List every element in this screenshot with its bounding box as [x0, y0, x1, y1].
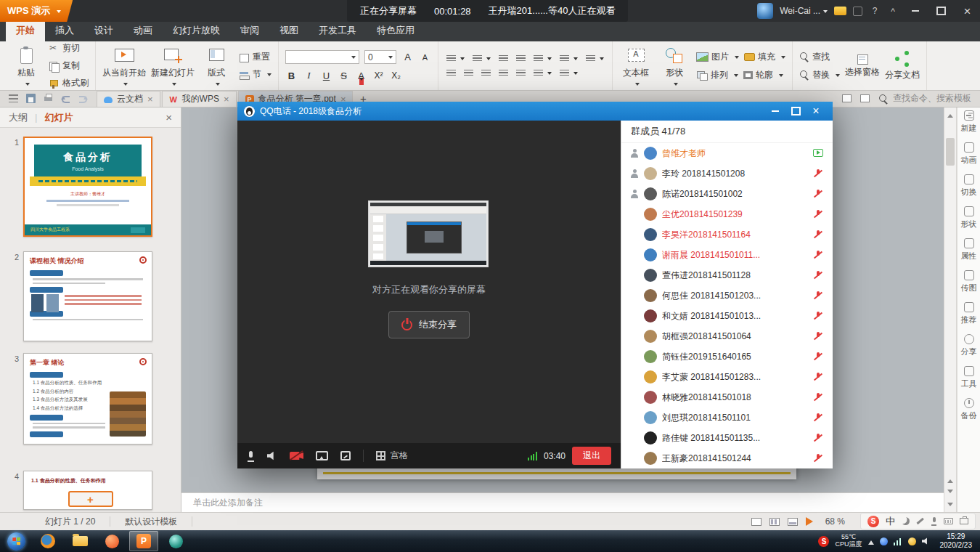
grow-font-button[interactable]: A: [401, 52, 414, 62]
design-template[interactable]: 默认设计模板: [125, 516, 177, 528]
reset-button[interactable]: 重置: [238, 51, 271, 63]
member-row[interactable]: 曾维才老师: [621, 143, 833, 163]
member-row[interactable]: 李艾蒙 2018141501283...: [621, 367, 833, 387]
section-button[interactable]: 节: [238, 68, 271, 81]
subscript-button[interactable]: X₂: [390, 70, 402, 81]
document-tab[interactable]: 云文档: [97, 91, 160, 107]
bold-button[interactable]: B: [285, 70, 298, 81]
fill-button[interactable]: 填充: [744, 51, 785, 63]
member-row[interactable]: 和文婧 2018141501013...: [621, 306, 833, 326]
mic-status-icon[interactable]: [812, 147, 824, 159]
slideshow-play-icon[interactable]: [806, 517, 817, 526]
member-row[interactable]: 王新豪2018141501244: [621, 448, 833, 468]
ribbon-tab[interactable]: 特色应用: [367, 20, 425, 41]
paragraph-layout-button[interactable]: [558, 69, 579, 78]
taskbar-explorer[interactable]: [65, 531, 94, 551]
slide-thumbnail-1[interactable]: 1 食品分析 Food Analysis 主讲教师：曾维才 四川大学食品工程系: [0, 137, 181, 237]
member-row[interactable]: 陈诺2018141501002: [621, 184, 833, 204]
qq-minimize-button[interactable]: [765, 102, 785, 121]
layout-button[interactable]: 版式: [200, 44, 233, 88]
columns-button[interactable]: [558, 54, 579, 63]
format-painter-button[interactable]: 格式刷: [48, 77, 89, 89]
sogou-tray-icon[interactable]: [818, 536, 829, 547]
align-center-button[interactable]: [462, 69, 475, 78]
app-menu-button[interactable]: WPS 演示: [0, 0, 73, 22]
taskbar-firefox[interactable]: [33, 531, 62, 551]
clock[interactable]: 15:29 2020/2/23: [936, 532, 976, 550]
mic-status-icon[interactable]: [812, 412, 824, 423]
member-row[interactable]: 尘优2018141501239: [621, 204, 833, 224]
find-button[interactable]: 查找: [799, 51, 840, 63]
sidebar-item[interactable]: 备份: [961, 398, 977, 421]
maximize-button[interactable]: [931, 0, 951, 22]
picture-button[interactable]: 图片: [696, 51, 739, 63]
taskbar-wps[interactable]: [129, 531, 158, 551]
screen-share-icon[interactable]: [316, 451, 328, 460]
previous-slide-button[interactable]: [947, 476, 953, 483]
end-share-button[interactable]: 结束分享: [388, 311, 470, 338]
scroll-up-button[interactable]: [944, 109, 956, 119]
sidebar-item[interactable]: 属性: [961, 238, 977, 261]
whiteboard-icon[interactable]: [340, 451, 351, 460]
zoom-level[interactable]: 68 %: [825, 516, 845, 527]
slide-3-preview[interactable]: 第一章 绪论 1.1 食品分析的性质、任务和作用1.2 食品分析的内容1.3 食…: [23, 353, 152, 445]
ribbon-tab[interactable]: 审阅: [230, 20, 269, 41]
qq-close-button[interactable]: [806, 102, 826, 121]
speaker-icon[interactable]: [267, 451, 277, 460]
reading-view-icon[interactable]: [788, 518, 798, 526]
play-from-current-button[interactable]: 从当前开始: [102, 44, 146, 88]
sidebar-item[interactable]: 传图: [961, 270, 977, 293]
shrink-font-button[interactable]: A: [419, 53, 431, 62]
sidebar-item[interactable]: 动画: [961, 142, 977, 166]
close-tab-icon[interactable]: [147, 94, 153, 104]
slide-sorter-icon[interactable]: [769, 518, 780, 526]
mic-status-icon[interactable]: [812, 452, 824, 464]
member-row[interactable]: 李昊洋2018141501164: [621, 224, 833, 245]
normal-view-icon[interactable]: [751, 518, 761, 526]
slide-thumbnail-3[interactable]: 3 第一章 绪论 1.1 食品分析的性质、任务和作用1.2 食品分析的内容1.3…: [0, 353, 181, 445]
ribbon-tab[interactable]: 视图: [269, 20, 309, 41]
superscript-button[interactable]: X²: [372, 70, 385, 81]
slide-thumbnail-2[interactable]: 2 课程相关 情况介绍: [0, 251, 181, 341]
member-row[interactable]: 谢雨晨 2018141501011...: [621, 245, 833, 265]
account-avatar[interactable]: [757, 3, 773, 19]
slide-1-preview[interactable]: 食品分析 Food Analysis 主讲教师：曾维才 四川大学食品工程系: [23, 137, 152, 237]
document-tab[interactable]: 我的WPS: [162, 91, 237, 107]
taskbar-app[interactable]: [97, 531, 126, 551]
print-icon[interactable]: [44, 94, 53, 103]
presentation-mode-icon[interactable]: [842, 94, 852, 102]
font-color-button[interactable]: A: [355, 70, 367, 81]
start-button[interactable]: [0, 530, 32, 552]
mic-status-icon[interactable]: [812, 310, 824, 322]
menu-icon[interactable]: [9, 94, 18, 102]
share-document-button[interactable]: 分享文档: [885, 44, 920, 88]
member-row[interactable]: 路佳键 2018141501135...: [621, 428, 833, 448]
replace-button[interactable]: 替换: [799, 69, 840, 81]
ime-mode[interactable]: 中: [886, 515, 895, 528]
membership-icon[interactable]: [834, 7, 846, 15]
member-row[interactable]: 何思佳 2018141501203...: [621, 285, 833, 306]
account-name[interactable]: Wei-Cai ...: [780, 6, 828, 16]
next-slide-button[interactable]: [947, 490, 953, 496]
textbox-button[interactable]: 文本框: [619, 44, 653, 88]
toolbox-icon[interactable]: [960, 518, 968, 524]
collapse-ribbon-icon[interactable]: [887, 5, 899, 17]
mic-status-icon[interactable]: [812, 168, 824, 179]
mic-status-icon[interactable]: [812, 330, 824, 342]
mic-status-icon[interactable]: [812, 432, 824, 444]
mic-status-icon[interactable]: [812, 208, 824, 220]
underline-button[interactable]: U: [320, 70, 332, 81]
vertical-scrollbar[interactable]: [944, 107, 957, 512]
minimize-button[interactable]: [905, 0, 925, 22]
arrange-button[interactable]: 排列: [696, 69, 738, 81]
align-left-button[interactable]: [445, 69, 457, 78]
tray-app-icon[interactable]: [880, 537, 888, 545]
mic-status-icon[interactable]: [812, 249, 824, 261]
font-size-combo[interactable]: 0: [364, 50, 396, 64]
strikethrough-button[interactable]: S: [338, 70, 350, 81]
add-slide-button[interactable]: +: [68, 491, 113, 507]
notes-area[interactable]: 单击此处添加备注: [181, 492, 944, 512]
distribute-button[interactable]: [515, 69, 527, 78]
camera-off-icon[interactable]: [290, 451, 303, 460]
close-button[interactable]: [957, 0, 977, 22]
